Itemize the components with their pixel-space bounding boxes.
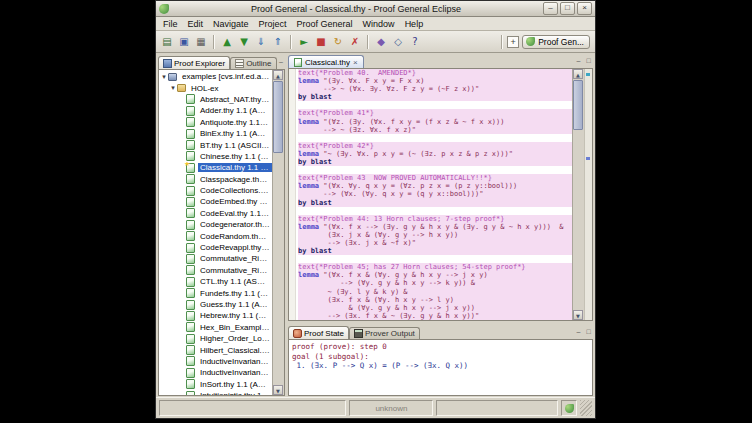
expander-icon[interactable]: ▾ bbox=[169, 84, 177, 92]
perspective-button[interactable]: Proof Gen... bbox=[522, 35, 590, 49]
overview-mark[interactable] bbox=[586, 157, 590, 160]
tree-item[interactable]: Commutative_Ring_Complete.thy 1.1 bbox=[159, 253, 272, 264]
editor-scrollbar[interactable]: ▲ ▼ bbox=[572, 69, 584, 320]
tree-item[interactable]: Hex_Bin_Examples.thy 1.1 (ASCII) bbox=[159, 322, 272, 333]
scroll-up-icon[interactable]: ▲ bbox=[573, 69, 583, 79]
tree-item[interactable]: Abstract_NAT.thy 1.1 (ASCII -kkv) bbox=[159, 94, 272, 105]
explorer-scrollbar[interactable]: ▲ ▼ bbox=[272, 70, 284, 395]
editor-line[interactable]: & (∀y. g y & h x y --> j x y)) bbox=[298, 304, 572, 312]
tab-proof-explorer[interactable]: Proof Explorer bbox=[158, 56, 230, 69]
tree-item[interactable]: ▾HOL-ex bbox=[159, 82, 272, 93]
editor-line[interactable]: --> (∀y. g y & h x y --> k y)) & bbox=[298, 279, 572, 287]
maximize-button[interactable]: □ bbox=[560, 2, 575, 15]
editor-line[interactable]: by blast bbox=[298, 93, 572, 101]
menu-proof-general[interactable]: Proof General bbox=[292, 19, 358, 29]
editor-line[interactable]: lemma "(∀x. ∀y. q x y = (∀z. p z x = (p … bbox=[298, 182, 572, 190]
menu-edit[interactable]: Edit bbox=[183, 19, 209, 29]
tree-item[interactable]: CodeRevappl.thy 1.1 (ASCII -kkv) bbox=[159, 242, 272, 253]
editor-line[interactable]: --> (∃x. j x & ~f x)" bbox=[298, 239, 572, 247]
tree-item[interactable]: Classpackage.thy 1.1 (ASCII -kkv) bbox=[159, 174, 272, 185]
proof-state-content[interactable]: proof (prove): step 0goal (1 subgoal): 1… bbox=[288, 339, 593, 396]
editor-line[interactable]: text{*Problem 42*} bbox=[298, 142, 572, 150]
stop-prover-button[interactable]: ■ bbox=[313, 34, 329, 50]
tab-prover-output[interactable]: Prover Output bbox=[349, 327, 420, 339]
tree-item[interactable]: BinEx.thy 1.1 (ASCII -kkv) bbox=[159, 128, 272, 139]
overview-mark[interactable] bbox=[586, 73, 590, 76]
editor-line[interactable]: --> ~ (∀x. ∃y. ∀z. F z y = (~F z x))" bbox=[298, 85, 572, 93]
editor-line[interactable]: text{*Problem 45; has 27 Horn clauses; 5… bbox=[298, 263, 572, 271]
editor-line[interactable]: --> ~ (∃z. ∀x. f x z)" bbox=[298, 126, 572, 134]
resize-grip[interactable] bbox=[580, 400, 592, 416]
editor-line[interactable]: text{*Problem 41*} bbox=[298, 109, 572, 117]
scroll-down-icon[interactable]: ▼ bbox=[273, 385, 283, 395]
tree-item[interactable]: Chinese.thy 1.1 (ASCII -kkv) bbox=[159, 151, 272, 162]
editor-line[interactable]: by blast bbox=[298, 199, 572, 207]
next-step-button[interactable]: ▼ bbox=[236, 34, 252, 50]
tree-item[interactable]: Antiquote.thy 1.1 (ASCII -kkv) bbox=[159, 117, 272, 128]
tree-item[interactable]: InSort.thy 1.1 (ASCII -kkv) bbox=[159, 379, 272, 390]
expander-icon[interactable]: ▾ bbox=[160, 73, 168, 81]
save-button[interactable]: ▣ bbox=[176, 34, 192, 50]
tab-outline[interactable]: Outline bbox=[230, 57, 276, 69]
menu-navigate[interactable]: Navigate bbox=[208, 19, 254, 29]
panel-maximize-icon[interactable]: □ bbox=[584, 328, 593, 337]
tree-item[interactable]: Higher_Order_Logic.thy 1.1 (ASCII) bbox=[159, 333, 272, 344]
editor-maximize-icon[interactable]: □ bbox=[584, 57, 593, 66]
editor-line[interactable]: by blast bbox=[298, 158, 572, 166]
editor-scroll-thumb[interactable] bbox=[573, 80, 583, 130]
scroll-up-icon[interactable]: ▲ bbox=[273, 70, 283, 80]
editor-line[interactable]: lemma "(∃y. ∀x. F x y = F x x) bbox=[298, 77, 572, 85]
close-button[interactable]: × bbox=[577, 2, 592, 15]
editor-line[interactable]: text{*Problem 43 NOW PROVED AUTOMATICALL… bbox=[298, 174, 572, 182]
menu-window[interactable]: Window bbox=[358, 19, 400, 29]
menu-project[interactable]: Project bbox=[254, 19, 292, 29]
tree-item[interactable]: ▾examples [cvs.inf.ed.ac.uk] bbox=[159, 71, 272, 82]
menu-file[interactable]: File bbox=[158, 19, 183, 29]
pg-status-icon[interactable] bbox=[565, 404, 574, 413]
tree-item[interactable]: Hebrew.thy 1.1 (ASCII -kkv) bbox=[159, 310, 272, 321]
tab-classical-thy[interactable]: Classical.thy × bbox=[288, 55, 364, 68]
tree-item[interactable]: CTL.thy 1.1 (ASCII -kkv) bbox=[159, 276, 272, 287]
editor-line[interactable]: by blast bbox=[298, 247, 572, 255]
editor-line[interactable] bbox=[298, 101, 572, 109]
tree-item[interactable]: CodeEval.thy 1.1 (ASCII -kkv) bbox=[159, 208, 272, 219]
close-tab-icon[interactable]: × bbox=[353, 58, 358, 67]
start-prover-button[interactable]: ► bbox=[296, 34, 312, 50]
find-theorems-button[interactable]: ◇ bbox=[390, 34, 406, 50]
editor-line[interactable]: ~ (∃y. l y & k y) & bbox=[298, 288, 572, 296]
editor-line[interactable]: --> (∀x. (∀y. q x y = (q y x::bool)))" bbox=[298, 190, 572, 198]
editor-line[interactable]: (∃x. f x & (∀y. h x y --> l y) bbox=[298, 296, 572, 304]
editor-line[interactable]: lemma "(∀z. (∃y. (∀x. f x y = (f x z & ~… bbox=[298, 118, 572, 126]
print-button[interactable]: ▦ bbox=[193, 34, 209, 50]
tree-item[interactable]: Hilbert_Classical.thy 1.1 (ASCII) bbox=[159, 344, 272, 355]
editor-line[interactable] bbox=[298, 255, 572, 263]
interrupt-button[interactable]: ✗ bbox=[347, 34, 363, 50]
help-button[interactable]: ? bbox=[407, 34, 423, 50]
tree-item[interactable]: BT.thy 1.1 (ASCII -kkv) bbox=[159, 139, 272, 150]
editor-line[interactable]: text{*Problem 40. AMENDED*} bbox=[298, 69, 572, 77]
tree-item[interactable]: Codegenerator.thy 1.1 (ASCII -kkv) bbox=[159, 219, 272, 230]
tree-item[interactable]: InductiveInvariant_examples.thy 1.1 bbox=[159, 356, 272, 367]
explorer-scroll-thumb[interactable] bbox=[273, 81, 283, 153]
tree-item[interactable]: InductiveInvariant.thy 1.1 (ASCII) bbox=[159, 367, 272, 378]
tree-item[interactable]: ★Classical.thy 1.1 (ASCII -kkv) bbox=[159, 162, 272, 173]
editor-line[interactable]: text{*Problem 44: 13 Horn clauses; 7-ste… bbox=[298, 215, 572, 223]
menu-help[interactable]: Help bbox=[400, 19, 429, 29]
highlight-button[interactable]: ◆ bbox=[373, 34, 389, 50]
editor-line[interactable]: lemma "(∀x. f x & (∀y. g y & h x y --> j… bbox=[298, 271, 572, 279]
tree-item[interactable]: Intuitionistic.thy 1.1 (ASCII -kkv) bbox=[159, 390, 272, 395]
tree-item[interactable]: Adder.thy 1.1 (ASCII -kkv) bbox=[159, 105, 272, 116]
editor-line[interactable]: lemma "(∀x. f x --> (∃y. g y & h x y & (… bbox=[298, 223, 572, 231]
editor-minimize-icon[interactable]: – bbox=[574, 57, 583, 66]
tree-item[interactable]: CodeCollections.thy 1.1 (ASCII -kkv) bbox=[159, 185, 272, 196]
editor-line[interactable] bbox=[298, 207, 572, 215]
tree-item[interactable]: Guess.thy 1.1 (ASCII -kkv) bbox=[159, 299, 272, 310]
explorer-tree[interactable]: ▾examples [cvs.inf.ed.ac.uk]▾HOL-exAbstr… bbox=[159, 70, 272, 395]
undo-all-button[interactable]: ⇑ bbox=[270, 34, 286, 50]
tree-item[interactable]: CodeEmbed.thy 1.1 (ASCII -kkv) bbox=[159, 196, 272, 207]
new-wizard-button[interactable]: ▤ bbox=[159, 34, 175, 50]
editor-line[interactable]: lemma "~ (∃y. ∀x. p x y = (~ (∃z. p x z … bbox=[298, 150, 572, 158]
editor-line[interactable]: --> (∃x. f x & ~ (∃y. g y & h x y))" bbox=[298, 312, 572, 320]
restart-prover-button[interactable]: ↻ bbox=[330, 34, 346, 50]
editor-line[interactable] bbox=[298, 166, 572, 174]
